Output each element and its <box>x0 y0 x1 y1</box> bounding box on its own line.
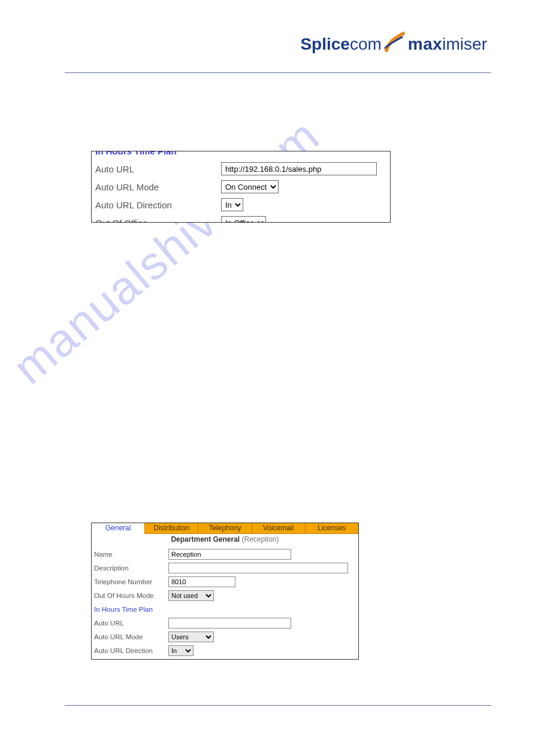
auto-url-direction-label: Auto URL Direction <box>95 200 221 210</box>
in-hours-time-plan-link-2[interactable]: In Hours Time Plan <box>94 606 153 613</box>
logo-text-splice: Splice <box>300 35 349 54</box>
panel-title-sub: (Reception) <box>242 535 279 544</box>
auto-url-direction-select-2[interactable]: In <box>168 645 194 656</box>
logo-swoosh-icon <box>384 30 406 58</box>
auto-url-label: Auto URL <box>95 164 221 174</box>
auto-url-input[interactable] <box>221 162 377 175</box>
tab-distribution[interactable]: Distribution <box>145 523 198 534</box>
out-of-office-label: Out Of Office <box>95 218 221 223</box>
tab-voicemail[interactable]: Voicemail <box>252 523 306 534</box>
auto-url-mode-label: Auto URL Mode <box>95 182 221 192</box>
brand-logo: Splicecom maximiser <box>300 30 487 58</box>
department-panel: General Distribution Telephony Voicemail… <box>91 523 359 660</box>
auto-url-input-2[interactable] <box>168 618 291 629</box>
logo-text-imiser: imiser <box>442 35 487 54</box>
panel-title: Department General (Reception) <box>92 534 358 547</box>
auto-url-mode-select[interactable]: On Connect <box>221 180 279 193</box>
auto-url-label-2: Auto URL <box>94 620 168 627</box>
tab-telephony[interactable]: Telephony <box>198 523 252 534</box>
auto-url-direction-label-2: Auto URL Direction <box>94 647 168 654</box>
out-of-office-select[interactable]: In Office <box>221 216 266 223</box>
out-of-hours-mode-label: Out Of Hours Mode <box>94 592 168 599</box>
name-label: Name <box>94 551 168 558</box>
auto-url-mode-label-2: Auto URL Mode <box>94 633 168 640</box>
footer-divider <box>65 705 491 706</box>
auto-url-direction-select[interactable]: In <box>221 198 243 211</box>
auto-url-mode-select-2[interactable]: Users <box>168 631 214 642</box>
tab-licenses[interactable]: Licenses <box>306 523 358 534</box>
logo-text-com: com <box>350 35 382 54</box>
description-label: Description <box>94 564 168 572</box>
tab-general[interactable]: General <box>92 523 145 534</box>
panel-title-strong: Department General <box>171 535 240 544</box>
out-of-hours-mode-select[interactable]: Not used <box>168 590 214 601</box>
telephone-number-label: Telephone Number <box>94 578 168 585</box>
description-input[interactable] <box>168 563 348 573</box>
telephone-number-input[interactable] <box>168 576 235 587</box>
tab-bar: General Distribution Telephony Voicemail… <box>92 523 358 534</box>
logo-text-max: max <box>408 35 443 54</box>
name-input[interactable] <box>168 549 291 560</box>
in-hours-time-plan-link[interactable]: In Hours Time Plan <box>95 151 390 156</box>
config-panel-top: In Hours Time Plan Auto URL Auto URL Mod… <box>91 151 391 223</box>
header-divider <box>65 72 491 73</box>
